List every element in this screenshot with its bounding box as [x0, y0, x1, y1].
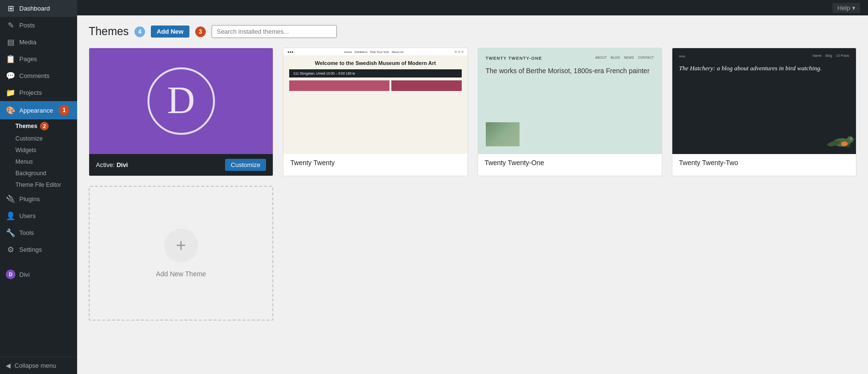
svg-point-4 [841, 142, 848, 146]
sidebar-item-customize[interactable]: Customize [15, 133, 77, 144]
sub-item-label: Menus [15, 158, 33, 165]
sidebar-item-themes[interactable]: Themes 2 [15, 119, 77, 133]
customize-button[interactable]: Customize [225, 159, 266, 171]
posts-icon: ✎ [6, 21, 15, 30]
sidebar-item-users[interactable]: 👤 Users [0, 207, 77, 224]
divi-brand-icon: D [6, 270, 15, 279]
add-theme-plus-icon: + [164, 229, 198, 262]
sub-item-label: Themes [15, 123, 37, 129]
ttw-title: The Hatchery: a blog about adventures in… [679, 64, 849, 129]
tt-bar2 [391, 80, 461, 91]
tt-preview-inner: ●●● Home Exhibition Plan Your Visit Abou… [283, 48, 467, 154]
twenty-twenty-name: Twenty Twenty [283, 154, 467, 171]
theme-card-divi[interactable]: D Active: Divi Customize [89, 48, 273, 176]
sidebar-item-background[interactable]: Background [15, 168, 77, 179]
sidebar-item-label: Comments [19, 72, 50, 79]
twenty-twenty-one-preview: TWENTY TWENTY-ONE ABOUT BLOG NEWS CONTAC… [478, 48, 662, 154]
add-new-theme-card[interactable]: + Add New Theme [89, 186, 273, 321]
appearance-badge: 1 [59, 105, 69, 116]
sidebar-item-widgets[interactable]: Widgets [15, 144, 77, 156]
comments-icon: 💬 [6, 71, 15, 80]
add-new-button[interactable]: Add New [151, 26, 189, 38]
twenty-twenty-preview: ●●● Home Exhibition Plan Your Visit Abou… [283, 48, 467, 154]
plus-symbol: + [176, 235, 186, 256]
collapse-menu-button[interactable]: ◀ Collapse menu [0, 357, 77, 374]
add-theme-label: Add New Theme [156, 270, 206, 278]
help-label: Help [837, 4, 850, 12]
ttw-top-bar: ∞∞ Name Blog 10 Posts [679, 54, 849, 59]
tt-bar1 [289, 80, 389, 91]
divi-circle: D [147, 67, 215, 135]
sidebar-item-plugins[interactable]: 🔌 Plugins [0, 191, 77, 207]
collapse-label: Collapse menu [14, 362, 56, 369]
appearance-icon: 🎨 [6, 106, 15, 115]
sidebar-item-media[interactable]: ▤ Media [0, 34, 77, 51]
svg-point-1 [847, 136, 854, 143]
sidebar-item-tools[interactable]: 🔧 Tools [0, 224, 77, 241]
themes-grid: D Active: Divi Customize [89, 48, 856, 176]
sidebar-item-label: Media [19, 39, 36, 46]
dashboard-icon: ⊞ [6, 4, 15, 13]
tools-icon: 🔧 [6, 228, 15, 237]
users-icon: 👤 [6, 211, 15, 220]
step3-badge: 3 [195, 26, 206, 37]
sidebar-item-comments[interactable]: 💬 Comments [0, 67, 77, 84]
theme-card-twenty-twenty-two[interactable]: ∞∞ Name Blog 10 Posts The Hatchery: a bl… [672, 48, 856, 176]
tt-colored-bars [289, 80, 461, 91]
sub-item-label: Widgets [15, 147, 36, 154]
twenty-twenty-two-name: Twenty Twenty-Two [672, 154, 856, 171]
help-button[interactable]: Help ▾ [832, 3, 860, 13]
active-theme-bar: Active: Divi Customize [89, 154, 273, 176]
twenty-twenty-one-name: Twenty Twenty-One [478, 154, 662, 171]
tto-preview-inner: TWENTY TWENTY-ONE ABOUT BLOG NEWS CONTAC… [478, 48, 662, 154]
sidebar-item-label: Plugins [19, 195, 40, 203]
sidebar-item-label: Projects [19, 89, 42, 96]
sidebar-item-divi[interactable]: D Divi [0, 266, 77, 283]
media-icon: ▤ [6, 38, 15, 47]
sidebar-item-label: Dashboard [19, 5, 50, 12]
search-themes-input[interactable] [212, 25, 337, 38]
sidebar-item-posts[interactable]: ✎ Posts [0, 17, 77, 34]
tto-title: The works of Berthe Morisot, 1800s-era F… [486, 66, 654, 117]
chevron-down-icon: ▾ [852, 4, 855, 12]
sidebar-item-label: Posts [19, 22, 35, 29]
collapse-arrow-icon: ◀ [6, 362, 11, 369]
sub-item-label: Theme File Editor [15, 181, 61, 188]
sidebar-item-label: Tools [19, 229, 34, 236]
appearance-submenu: Themes 2 Customize Widgets Menus Backgro… [0, 119, 77, 191]
divi-label: Divi [19, 271, 30, 278]
divi-preview-bg: D [89, 48, 273, 154]
sidebar-item-dashboard[interactable]: ⊞ Dashboard [0, 0, 77, 17]
divi-theme-preview: D [89, 48, 273, 154]
sub-item-label: Background [15, 170, 46, 177]
pages-icon: 📋 [6, 54, 15, 64]
sub-item-label: Customize [15, 135, 43, 142]
twenty-twenty-two-preview: ∞∞ Name Blog 10 Posts The Hatchery: a bl… [672, 48, 856, 154]
settings-icon: ⚙ [6, 245, 15, 254]
sidebar-item-settings[interactable]: ⚙ Settings [0, 241, 77, 258]
main-content: Help ▾ Themes 4 Add New 3 D [77, 0, 868, 374]
tto-nav: TWENTY TWENTY-ONE ABOUT BLOG NEWS CONTAC… [486, 56, 654, 61]
sidebar-item-projects[interactable]: 📁 Projects [0, 84, 77, 101]
sidebar-item-appearance[interactable]: 🎨 Appearance 1 [0, 101, 77, 119]
active-name: Divi [117, 161, 128, 168]
sidebar-item-label: Users [19, 212, 36, 219]
sidebar-item-menus[interactable]: Menus [15, 156, 77, 168]
bird-illustration [820, 129, 849, 148]
theme-card-twenty-twenty[interactable]: ●●● Home Exhibition Plan Your Visit Abou… [283, 48, 467, 176]
tt-title: Welcome to the Swedish Museum of Modern … [289, 60, 461, 66]
page-title: Themes [89, 25, 129, 38]
plugins-icon: 🔌 [6, 194, 15, 204]
ttw-preview-inner: ∞∞ Name Blog 10 Posts The Hatchery: a bl… [672, 48, 856, 154]
sidebar-item-label: Settings [19, 246, 42, 253]
svg-point-6 [851, 138, 852, 139]
active-label: Active: Divi [96, 161, 128, 168]
sidebar-item-theme-file-editor[interactable]: Theme File Editor [15, 179, 77, 191]
active-text: Active: [96, 161, 115, 168]
sidebar-item-label: Appearance [19, 107, 53, 114]
theme-count-badge: 4 [134, 26, 145, 37]
sidebar-item-pages[interactable]: 📋 Pages [0, 51, 77, 67]
theme-card-twenty-twenty-one[interactable]: TWENTY TWENTY-ONE ABOUT BLOG NEWS CONTAC… [478, 48, 662, 176]
active-indicator [75, 101, 77, 119]
tt-nav: ●●● Home Exhibition Plan Your Visit Abou… [283, 48, 467, 56]
